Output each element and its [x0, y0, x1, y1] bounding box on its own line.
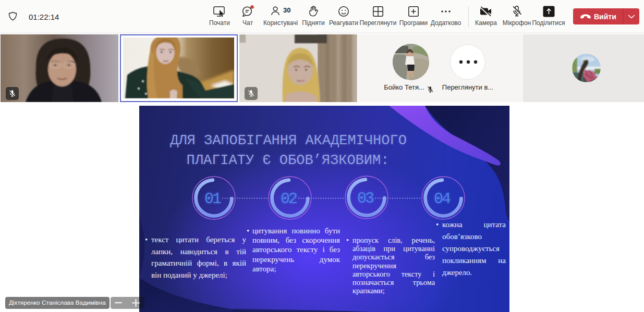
svg-text:30: 30: [283, 6, 290, 14]
